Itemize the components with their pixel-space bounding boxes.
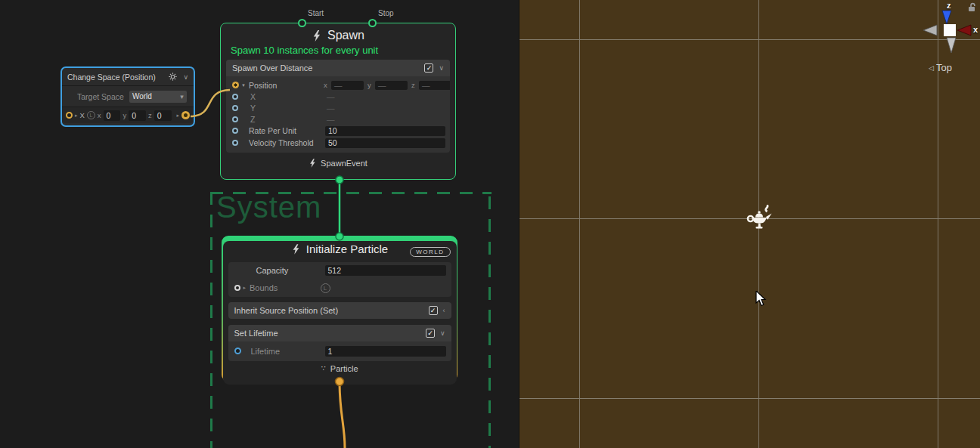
pos-x-field[interactable]: —	[331, 81, 364, 90]
check-icon: ✓	[430, 307, 436, 314]
change-space-header[interactable]: Change Space (Position) ∨	[62, 68, 194, 86]
vfx-graph-canvas[interactable]: System Change Space (Position)	[0, 0, 519, 448]
capacity-field[interactable]: 512	[325, 265, 446, 276]
view-name: Top	[936, 62, 952, 73]
system-container-label: System	[216, 190, 321, 224]
capacity-label: Capacity	[256, 266, 289, 275]
lifetime-port[interactable]	[234, 348, 241, 354]
spawn-over-distance-block[interactable]: Spawn Over Distance ✓ ∨ ▼ Position x — y…	[226, 60, 450, 153]
inherit-source-position-block[interactable]: Inherit Source Position (Set) ✓ ‹	[228, 302, 451, 319]
rate-per-unit-field[interactable]: 10	[325, 126, 445, 136]
position-output-port[interactable]	[181, 111, 190, 119]
block-enabled-checkbox[interactable]: ✓	[429, 306, 438, 315]
dropdown-arrow-icon: ▾	[180, 93, 184, 100]
axis-row-z: Z —	[226, 113, 450, 125]
pos-z-field[interactable]: —	[419, 81, 450, 90]
node-title: Change Space (Position)	[67, 73, 169, 82]
y-port[interactable]	[232, 105, 238, 111]
view-axis-button[interactable]	[944, 24, 956, 36]
pos-y-field[interactable]: —	[375, 81, 408, 90]
z-axis-cone[interactable]	[941, 10, 953, 25]
bounds-row: ▸ Bounds L	[228, 280, 451, 297]
z-port[interactable]	[232, 116, 238, 122]
local-space-icon[interactable]: L	[87, 111, 95, 119]
axis-row-x: X —	[226, 91, 450, 102]
particle-label: Particle	[330, 364, 358, 373]
block-title: Inherit Source Position (Set)	[234, 306, 423, 315]
velocity-threshold-field[interactable]: 50	[325, 138, 445, 148]
y-field-label: y	[122, 111, 126, 119]
bounds-expand-icon[interactable]: ▸	[243, 285, 247, 291]
gear-icon[interactable]	[169, 73, 177, 81]
lightning-bolt-icon	[312, 29, 321, 42]
check-icon: ✓	[426, 64, 433, 72]
x-value[interactable]: —	[327, 92, 335, 101]
y-value[interactable]: —	[327, 104, 335, 113]
neg-axis-cone-bottom[interactable]	[945, 37, 957, 54]
spawn-title-row: Spawn	[221, 27, 455, 44]
z-field-label: z	[148, 111, 152, 119]
view-orientation-label[interactable]: ◁ Top	[929, 62, 952, 73]
collapse-chevron-icon[interactable]: ∨	[183, 73, 188, 81]
block-collapse-chevron-icon[interactable]: ∨	[440, 329, 445, 337]
z-value[interactable]: —	[327, 115, 335, 124]
target-space-label: Target Space	[77, 92, 124, 101]
position-port-connected[interactable]	[232, 82, 239, 88]
space-badge[interactable]: WORLD	[410, 247, 450, 257]
x-axis-cone[interactable]	[957, 23, 972, 37]
initialize-particle-node[interactable]: Initialize Particle WORLD Capacity 512 ▸…	[222, 236, 457, 382]
velocity-threshold-row: Velocity Threshold 50	[226, 137, 450, 149]
neg-axis-cone-left[interactable]	[923, 23, 938, 37]
block-collapse-chevron-icon[interactable]: ∨	[439, 64, 444, 72]
x-label: X	[250, 92, 256, 101]
init-settings-box: Capacity 512 ▸ Bounds L	[228, 262, 451, 297]
spawn-subtitle: Spawn 10 instances for every unit	[231, 45, 446, 56]
lock-icon[interactable]	[968, 2, 976, 12]
target-space-value: World	[132, 92, 180, 100]
scene-viewport[interactable]: z x ◁ Top	[519, 0, 980, 448]
z-value-field[interactable]: 0	[154, 110, 172, 121]
position-input-port[interactable]	[66, 112, 73, 119]
panel-divider[interactable]	[519, 0, 519, 448]
particle-icon: ∵	[321, 364, 325, 372]
set-lifetime-block[interactable]: Set Lifetime ✓ ∨ Lifetime 1	[228, 325, 451, 361]
block-enabled-checkbox[interactable]: ✓	[424, 63, 433, 73]
grid-line	[519, 39, 980, 40]
expand-triangle-icon[interactable]: ▸	[75, 113, 78, 119]
local-space-icon: L	[321, 283, 330, 293]
x-port[interactable]	[232, 94, 238, 100]
output-triangle-icon: ▸	[177, 113, 180, 119]
particle-wire[interactable]	[340, 382, 345, 448]
pos-y-label: y	[368, 81, 371, 89]
position-expander-icon[interactable]: ▼	[241, 83, 246, 88]
spawn-context-node[interactable]: Start Stop Spawn Spawn 10 instances for …	[220, 23, 456, 180]
axis-row-y: Y —	[226, 102, 450, 113]
change-space-node[interactable]: Change Space (Position) ∨ Targe	[60, 66, 195, 127]
stop-flow-label: Stop	[378, 9, 394, 17]
grid-line	[519, 398, 980, 399]
block-enabled-checkbox[interactable]: ✓	[426, 329, 435, 338]
lifetime-field[interactable]: 1	[325, 346, 446, 357]
rate-per-unit-port[interactable]	[232, 128, 238, 134]
lightning-bolt-icon	[309, 158, 316, 168]
y-value-field[interactable]: 0	[129, 110, 146, 121]
block-collapsed-chevron-icon[interactable]: ‹	[443, 307, 445, 314]
position-label: Position	[249, 81, 277, 90]
vfx-lamp-icon[interactable]	[745, 205, 772, 230]
velocity-threshold-port[interactable]	[232, 140, 238, 146]
start-flow-label: Start	[308, 9, 324, 17]
position-row: ▼ Position x — y — z —	[226, 79, 450, 91]
stop-flow-port[interactable]	[368, 19, 377, 27]
x-field-label: x	[98, 111, 101, 119]
spawn-event-label: SpawnEvent	[321, 159, 368, 168]
x-value-field[interactable]: 0	[104, 110, 121, 121]
start-flow-port[interactable]	[298, 19, 306, 27]
target-space-dropdown[interactable]: World ▾	[129, 91, 187, 103]
mouse-cursor	[755, 291, 767, 307]
x-axis-label: x	[973, 25, 978, 34]
z-axis-label: z	[947, 1, 951, 10]
block-title: Spawn Over Distance	[232, 63, 419, 73]
lightning-bolt-icon	[291, 243, 300, 255]
system-border-left	[210, 192, 212, 448]
bounds-port[interactable]	[234, 285, 240, 291]
